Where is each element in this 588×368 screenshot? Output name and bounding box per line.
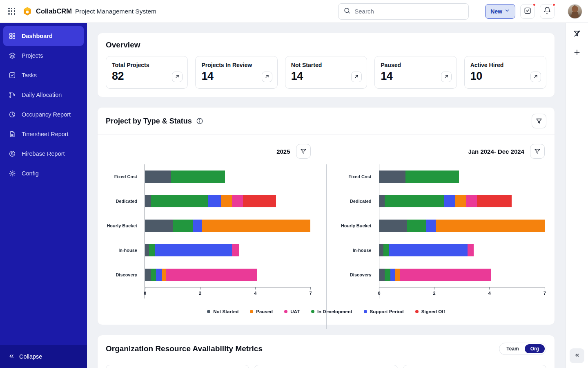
chart-2024: Jan 2024- Dec 2024Fixed CostDedicatedHou… xyxy=(327,144,555,298)
x-tick-label: 2 xyxy=(433,291,436,296)
stat-card-active-hired: Active Hired10 xyxy=(464,56,546,89)
dashboard-icon xyxy=(9,32,16,40)
bar-segment-in-development[interactable] xyxy=(383,244,389,256)
bar-segment-in-development[interactable] xyxy=(405,171,459,183)
sidebar-item-daily-allocation[interactable]: Daily Allocation xyxy=(3,85,84,105)
chart-category-label: Discovery xyxy=(332,272,379,277)
approvals-button[interactable] xyxy=(520,4,535,19)
bar-segment-not-started[interactable] xyxy=(145,244,149,256)
sidebar-item-dashboard[interactable]: Dashboard xyxy=(3,26,84,46)
sidebar-item-hirebase-report[interactable]: Hirebase Report xyxy=(3,144,84,164)
bar-segment-uat[interactable] xyxy=(232,244,239,256)
bar-segment-paused[interactable] xyxy=(202,220,311,232)
overview-title: Overview xyxy=(106,40,546,49)
chart-range-filter-button[interactable] xyxy=(530,144,545,159)
bar-segment-not-started[interactable] xyxy=(145,195,151,207)
chart-range-filter-button[interactable] xyxy=(296,144,311,159)
bar-segment-paused[interactable] xyxy=(162,269,166,281)
bar-segment-in-development[interactable] xyxy=(385,195,444,207)
bar-segment-uat[interactable] xyxy=(166,269,257,281)
sidebar-item-projects[interactable]: Projects xyxy=(3,46,84,65)
chart-filter-button[interactable] xyxy=(532,114,546,128)
bar-segment-not-started[interactable] xyxy=(145,171,171,183)
stat-value: 14 xyxy=(291,70,361,83)
bar-segment-uat[interactable] xyxy=(400,269,491,281)
bar-segment-support-period[interactable] xyxy=(389,244,468,256)
open-stat-button[interactable] xyxy=(172,72,183,82)
open-stat-button[interactable] xyxy=(441,72,452,82)
config-icon xyxy=(9,170,16,177)
task-check-icon xyxy=(523,7,532,16)
chart-category-label: Dedicated xyxy=(98,199,145,204)
legend-item-paused: Paused xyxy=(250,309,273,314)
sidebar-item-label: Hirebase Report xyxy=(22,150,65,157)
bar-segment-not-started[interactable] xyxy=(145,269,151,281)
bar-segment-in-development[interactable] xyxy=(151,269,156,281)
bar-segment-in-development[interactable] xyxy=(151,195,209,207)
bar-segment-support-period[interactable] xyxy=(444,195,455,207)
open-stat-button[interactable] xyxy=(262,72,272,82)
filter-off-icon[interactable] xyxy=(573,29,581,38)
bar-segment-in-development[interactable] xyxy=(385,269,390,281)
add-icon[interactable] xyxy=(573,48,581,56)
bar-segment-support-period[interactable] xyxy=(390,269,395,281)
bar-segment-in-development[interactable] xyxy=(171,171,225,183)
info-icon[interactable] xyxy=(196,117,203,125)
chart-card-title: Project by Type & Status xyxy=(106,117,192,126)
bar-segment-in-development[interactable] xyxy=(407,220,426,232)
bar-segment-paused[interactable] xyxy=(455,195,466,207)
bar-segment-in-development[interactable] xyxy=(149,244,155,256)
bar-segment-in-development[interactable] xyxy=(173,220,194,232)
bar-segment-paused[interactable] xyxy=(395,269,400,281)
stat-label: Active Hired xyxy=(470,62,540,68)
overview-card: Overview Total Projects82Projects In Rev… xyxy=(97,33,555,97)
bar-segment-support-period[interactable] xyxy=(156,269,162,281)
sidebar-item-occupancy-report[interactable]: Occupancy Report xyxy=(3,105,84,124)
sidebar-item-timesheet-report[interactable]: Timesheet Report xyxy=(3,124,84,144)
legend-dot xyxy=(415,310,419,313)
bar-segment-support-period[interactable] xyxy=(155,244,232,256)
bar-segment-support-period[interactable] xyxy=(426,220,436,232)
bar-segment-support-period[interactable] xyxy=(193,220,201,232)
chart-category-label: Discovery xyxy=(98,272,145,277)
bar-segment-uat[interactable] xyxy=(232,195,243,207)
bar-segment-not-started[interactable] xyxy=(379,244,383,256)
metric-subcards-row: Resource AvailabilityAllocation by Sprin… xyxy=(106,365,546,368)
bar-segment-paused[interactable] xyxy=(436,220,545,232)
bar-segment-support-period[interactable] xyxy=(208,195,220,207)
new-button[interactable]: New xyxy=(485,4,515,19)
bar-segment-uat[interactable] xyxy=(468,244,474,256)
open-stat-button[interactable] xyxy=(530,72,541,82)
bar-segment-signed-off[interactable] xyxy=(243,195,276,207)
sidebar-item-tasks[interactable]: Tasks xyxy=(3,65,84,85)
sidebar-collapse-button[interactable]: Collapse xyxy=(0,345,87,368)
user-avatar[interactable] xyxy=(568,4,582,19)
project-type-status-card: Project by Type & Status 2025Fixed CostD… xyxy=(97,107,555,325)
chart-category-label: Hourly Bucket xyxy=(332,223,379,228)
x-axis: 0247 xyxy=(379,287,545,298)
bar-segment-not-started[interactable] xyxy=(379,171,405,183)
bar-segment-uat[interactable] xyxy=(466,195,477,207)
sidebar-item-config[interactable]: Config xyxy=(3,164,84,183)
new-button-label: New xyxy=(490,8,502,15)
bar-segment-not-started[interactable] xyxy=(379,269,385,281)
panel-collapse-button[interactable] xyxy=(570,348,584,363)
toggle-option-team[interactable]: Team xyxy=(501,344,524,353)
bar-segment-not-started[interactable] xyxy=(145,220,173,232)
toggle-option-org[interactable]: Org xyxy=(525,344,545,353)
bar-segment-not-started[interactable] xyxy=(379,220,407,232)
notifications-button[interactable] xyxy=(540,4,555,19)
org-metrics-header: Organization Resource Availability Metri… xyxy=(106,343,546,355)
stat-value: 14 xyxy=(381,70,450,83)
open-stat-button[interactable] xyxy=(351,72,362,82)
bar-segment-paused[interactable] xyxy=(221,195,232,207)
x-tick-label: 0 xyxy=(378,291,380,296)
search-input[interactable] xyxy=(354,8,463,15)
right-rail xyxy=(566,23,588,368)
stat-card-paused: Paused14 xyxy=(374,56,457,89)
bar-segment-signed-off[interactable] xyxy=(477,195,511,207)
chart-range-label: 2025 xyxy=(276,148,290,155)
apps-grid-icon[interactable] xyxy=(8,8,16,15)
bar-track xyxy=(145,189,311,213)
bar-segment-not-started[interactable] xyxy=(379,195,385,207)
